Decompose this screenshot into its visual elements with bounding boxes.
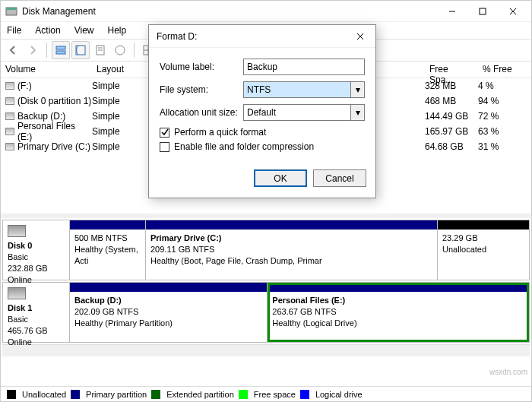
volume-icon [5, 143, 14, 150]
label-volume: Volume label: [160, 62, 243, 72]
allocation-dropdown[interactable]: Default▾ [243, 104, 365, 121]
dialog-title: Format D: [157, 31, 353, 42]
disk-row-0: Disk 0 Basic 232.88 GB Online 500 MB NTF… [2, 220, 530, 280]
legend-swatch-extended [151, 390, 160, 399]
partition[interactable]: 500 MB NTFSHealthy (System, Acti [70, 220, 146, 280]
partition[interactable]: Backup (D:)202.09 GB NTFSHealthy (Primar… [70, 283, 268, 342]
menu-help[interactable]: Help [106, 24, 128, 37]
toolbar-sep [46, 43, 47, 58]
horizontal-scrollbar[interactable] [2, 344, 530, 356]
partition[interactable]: Primary Drive (C:)209.11 GB NTFSHealthy … [146, 220, 438, 280]
partition-selected[interactable]: Personal Files (E:)263.67 GB NTFSHealthy… [268, 283, 529, 342]
volume-icon [5, 112, 14, 120]
label-allocation: Allocation unit size: [160, 107, 243, 118]
legend-swatch-free [239, 390, 248, 399]
window-controls [437, 2, 528, 21]
dialog-close-button[interactable] [353, 29, 368, 44]
legend-swatch-primary [71, 390, 80, 399]
app-title: Disk Management [22, 6, 437, 17]
disk-icon [8, 225, 26, 237]
maximize-button[interactable] [467, 2, 498, 21]
minimize-button[interactable] [437, 2, 467, 21]
col-pct-free[interactable]: % Free [478, 62, 531, 78]
disk-graphic-view: Disk 0 Basic 232.88 GB Online 500 MB NTF… [1, 218, 531, 386]
partition-stripe [268, 283, 529, 292]
svg-point-12 [116, 46, 125, 55]
format-dialog: Format D: Volume label: Backup File syst… [148, 24, 376, 198]
label-filesystem: File system: [160, 84, 243, 95]
ok-button[interactable]: OK [254, 169, 307, 187]
menu-action[interactable]: Action [33, 24, 62, 37]
partition-stripe [70, 283, 267, 292]
dialog-titlebar[interactable]: Format D: [149, 25, 375, 48]
chevron-down-icon: ▾ [350, 82, 364, 97]
disk-label[interactable]: Disk 0 Basic 232.88 GB Online [3, 220, 70, 280]
titlebar: Disk Management [1, 1, 531, 22]
partition-unallocated[interactable]: 23.29 GBUnallocated [438, 220, 529, 280]
col-free-space[interactable]: Free Spa... [425, 62, 478, 78]
compression-checkbox[interactable]: Enable file and folder compression [160, 141, 365, 152]
volume-icon [5, 82, 14, 90]
svg-rect-3 [480, 8, 486, 14]
tool-refresh[interactable] [71, 41, 90, 59]
forward-button[interactable] [24, 41, 42, 59]
legend-swatch-logical [300, 390, 309, 399]
partition-stripe [70, 220, 145, 229]
app-icon [5, 5, 17, 17]
legend-swatch-unallocated [7, 390, 16, 399]
close-button[interactable] [498, 2, 528, 21]
disk-row-1: Disk 1 Basic 465.76 GB Online Backup (D:… [2, 282, 530, 343]
toolbar-sep-2 [134, 43, 135, 58]
disk-icon [8, 287, 26, 299]
disk-label[interactable]: Disk 1 Basic 465.76 GB Online [3, 283, 70, 342]
tool-properties[interactable] [91, 41, 109, 59]
svg-rect-7 [56, 51, 65, 54]
volume-icon [5, 128, 14, 135]
partition-stripe [438, 220, 529, 229]
back-button[interactable] [4, 41, 22, 59]
menu-file[interactable]: File [5, 24, 23, 37]
menu-view[interactable]: View [73, 24, 96, 37]
watermark: wsxdn.com [489, 368, 527, 376]
partition-stripe [146, 220, 437, 229]
quick-format-checkbox[interactable]: Perform a quick format [160, 127, 365, 138]
chevron-down-icon: ▾ [350, 105, 364, 120]
col-volume[interactable]: Volume [1, 62, 92, 78]
svg-rect-1 [6, 8, 17, 10]
filesystem-dropdown[interactable]: NTFS▾ [243, 81, 365, 98]
tool-layout-1[interactable] [52, 41, 70, 59]
volume-icon [5, 97, 14, 105]
legend: Unallocated Primary partition Extended p… [1, 386, 531, 401]
checkbox-checked-icon [160, 128, 169, 138]
volume-label-input[interactable]: Backup [243, 59, 365, 75]
svg-rect-6 [56, 46, 65, 49]
cancel-button[interactable]: Cancel [313, 169, 366, 187]
col-layout[interactable]: Layout [92, 62, 153, 78]
tool-help[interactable] [111, 41, 129, 59]
checkbox-unchecked-icon [160, 142, 169, 152]
